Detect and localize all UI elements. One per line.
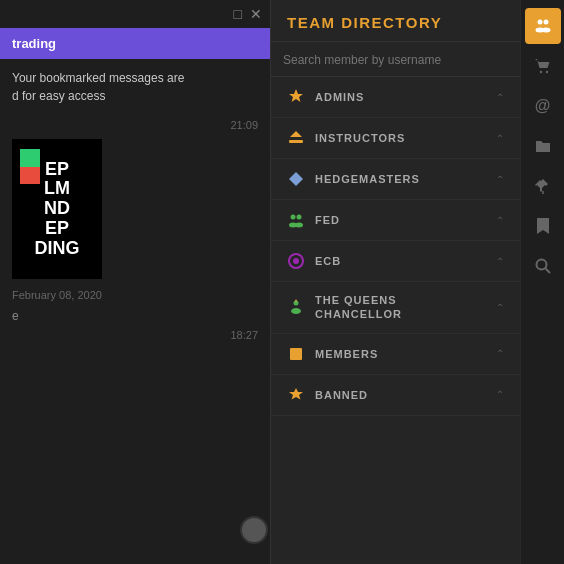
- members-chevron: ⌃: [496, 348, 504, 359]
- svg-point-16: [541, 28, 550, 33]
- cart-icon-btn[interactable]: [525, 48, 561, 84]
- group-item-ecb[interactable]: ECB ⌃: [271, 241, 520, 282]
- svg-point-17: [539, 71, 541, 73]
- timestamp2: 18:27: [0, 325, 270, 345]
- bookmark-line1: Your bookmarked messages are: [12, 69, 258, 87]
- close-button[interactable]: ✕: [250, 6, 262, 22]
- folder-icon-btn[interactable]: [525, 128, 561, 164]
- team-icon-btn[interactable]: [525, 8, 561, 44]
- queens-chancellor-label: THE QUEENSCHANCELLOR: [315, 293, 496, 322]
- members-icon: [287, 345, 305, 363]
- group-item-admins[interactable]: ADMINS ⌃: [271, 77, 520, 118]
- directory-header: TEAM DIRECTORY: [271, 0, 520, 42]
- trading-text: EPLMNDEPDING: [35, 160, 80, 259]
- directory-panel: TEAM DIRECTORY ADMINS ⌃ INSTRUCTORS: [270, 0, 520, 564]
- hedgemasters-label: HEDGEMASTERS: [315, 173, 496, 185]
- svg-marker-1: [290, 131, 302, 137]
- svg-point-10: [291, 308, 301, 314]
- chat-panel: □ ✕ trading Your bookmarked messages are…: [0, 0, 270, 564]
- svg-point-4: [297, 215, 302, 220]
- avatar: [240, 516, 268, 544]
- svg-rect-0: [289, 140, 303, 143]
- right-sidebar: @: [520, 0, 564, 564]
- banned-label: BANNED: [315, 389, 496, 401]
- search-box[interactable]: [271, 42, 520, 77]
- group-item-fed[interactable]: FED ⌃: [271, 200, 520, 241]
- ecb-icon: [287, 252, 305, 270]
- bookmark-notice: Your bookmarked messages are d for easy …: [0, 59, 270, 115]
- admins-icon: [287, 88, 305, 106]
- svg-point-3: [291, 215, 296, 220]
- group-item-queens-chancellor[interactable]: THE QUEENSCHANCELLOR ⌃: [271, 282, 520, 334]
- bookmark-line2: d for easy access: [12, 87, 258, 105]
- active-chat-item[interactable]: trading: [0, 28, 270, 59]
- instructors-chevron: ⌃: [496, 133, 504, 144]
- group-list: ADMINS ⌃ INSTRUCTORS ⌃ HEDGEMASTERS ⌃: [271, 77, 520, 564]
- svg-point-8: [293, 258, 299, 264]
- svg-rect-12: [290, 348, 302, 360]
- fed-chevron: ⌃: [496, 215, 504, 226]
- date-label: February 08, 2020: [0, 283, 270, 307]
- hedgemasters-icon: [287, 170, 305, 188]
- svg-marker-2: [289, 172, 303, 186]
- svg-point-13: [537, 20, 542, 25]
- group-item-hedgemasters[interactable]: HEDGEMASTERS ⌃: [271, 159, 520, 200]
- search-input[interactable]: [283, 53, 508, 67]
- banned-icon: [287, 386, 305, 404]
- group-item-banned[interactable]: BANNED ⌃: [271, 375, 520, 416]
- queens-chancellor-chevron: ⌃: [496, 302, 504, 313]
- svg-point-18: [545, 71, 547, 73]
- directory-title: TEAM DIRECTORY: [287, 14, 442, 31]
- queens-chancellor-icon: [287, 298, 305, 316]
- timestamp1: 21:09: [0, 115, 270, 135]
- banned-chevron: ⌃: [496, 389, 504, 400]
- pin-icon-btn[interactable]: [525, 168, 561, 204]
- admins-chevron: ⌃: [496, 92, 504, 103]
- at-symbol: @: [535, 97, 551, 115]
- svg-point-6: [295, 223, 303, 228]
- trading-image: EPLMNDEPDING: [12, 139, 102, 279]
- hedgemasters-chevron: ⌃: [496, 174, 504, 185]
- at-icon-btn[interactable]: @: [525, 88, 561, 124]
- group-item-instructors[interactable]: INSTRUCTORS ⌃: [271, 118, 520, 159]
- chat-header: □ ✕: [0, 0, 270, 28]
- chat-user: e: [0, 307, 270, 325]
- members-label: MEMBERS: [315, 348, 496, 360]
- ecb-label: ECB: [315, 255, 496, 267]
- instructors-label: INSTRUCTORS: [315, 132, 496, 144]
- group-item-members[interactable]: MEMBERS ⌃: [271, 334, 520, 375]
- svg-line-21: [545, 269, 550, 274]
- search-icon-btn[interactable]: [525, 248, 561, 284]
- minimize-button[interactable]: □: [234, 6, 242, 22]
- fed-label: FED: [315, 214, 496, 226]
- image-container: EPLMNDEPDING: [0, 135, 270, 283]
- active-chat-label: trading: [12, 36, 56, 51]
- ecb-chevron: ⌃: [496, 256, 504, 267]
- fed-icon: [287, 211, 305, 229]
- instructors-icon: [287, 129, 305, 147]
- bookmark-icon-btn[interactable]: [525, 208, 561, 244]
- svg-point-14: [543, 20, 548, 25]
- admins-label: ADMINS: [315, 91, 496, 103]
- svg-point-20: [536, 260, 546, 270]
